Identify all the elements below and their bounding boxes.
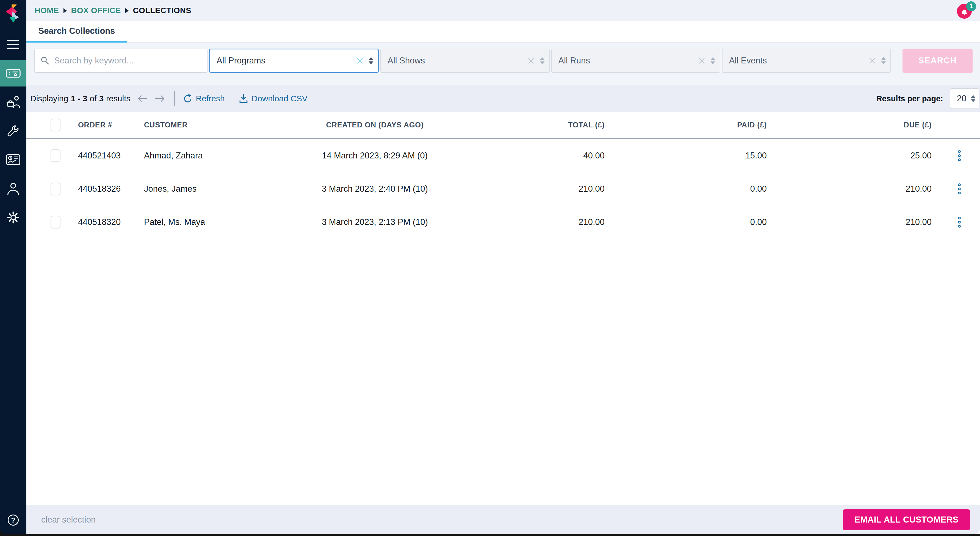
customer-cell: Ahmad, Zahara [144, 151, 298, 161]
results-per-page-select[interactable]: 20 [950, 88, 980, 109]
clear-selection-button[interactable]: clear selection [41, 515, 95, 525]
events-dropdown-value: All Events [729, 56, 767, 66]
notifications-avatar[interactable]: 1 [957, 3, 973, 19]
created-on-cell: 3 March 2023, 2:40 PM (10) [298, 184, 452, 194]
sidebar-item-insights[interactable] [0, 147, 26, 173]
svg-text:?: ? [11, 516, 15, 524]
due-cell: 210.00 [767, 184, 932, 194]
total-cell: 210.00 [452, 217, 605, 227]
brand-logo[interactable] [5, 3, 21, 25]
programs-dropdown[interactable]: All Programs [209, 49, 379, 73]
stepper-arrows-icon [540, 57, 545, 65]
download-icon [239, 94, 248, 103]
row-checkbox[interactable] [51, 216, 60, 228]
kebab-dot-icon [958, 154, 961, 157]
breadcrumb-box-office[interactable]: BOX OFFICE [71, 6, 121, 15]
results-bar: Displaying1 - 3of3results Refresh [26, 86, 980, 112]
events-dropdown[interactable]: All Events [722, 49, 891, 73]
refresh-icon [182, 94, 192, 103]
sidebar-item-tools[interactable] [0, 118, 26, 144]
due-cell: 210.00 [767, 217, 932, 227]
column-header-order: ORDER # [78, 121, 144, 129]
row-checkbox[interactable] [51, 149, 60, 162]
menu-toggle-button[interactable] [0, 31, 26, 58]
breadcrumb-separator-icon [125, 8, 129, 13]
refresh-button[interactable]: Refresh [182, 94, 225, 103]
table-row: 440518320 Patel, Ms. Maya 3 March 2023, … [26, 205, 980, 239]
kebab-dot-icon [958, 225, 961, 228]
logo-icon [5, 4, 21, 24]
order-number-cell: 440521403 [78, 151, 144, 161]
notification-badge: 1 [966, 2, 976, 11]
sidebar-item-settings[interactable] [0, 204, 26, 231]
email-all-customers-button[interactable]: EMAIL ALL CUSTOMERS [843, 509, 970, 530]
search-icon [40, 56, 50, 65]
table-header-row: ORDER # CUSTOMER CREATED ON (DAYS AGO) T… [26, 112, 980, 139]
shows-dropdown[interactable]: All Shows [380, 49, 549, 73]
previous-page-button[interactable] [137, 94, 148, 104]
paid-cell: 0.00 [605, 184, 767, 194]
download-csv-button[interactable]: Download CSV [239, 94, 307, 103]
sidebar-item-customers[interactable] [0, 176, 26, 202]
kebab-dot-icon [958, 217, 961, 219]
search-button[interactable]: SEARCH [902, 49, 972, 73]
breadcrumb-current-page: COLLECTIONS [133, 6, 191, 15]
results-range: 1 - 3 [71, 94, 87, 103]
search-input[interactable] [54, 56, 202, 66]
paid-cell: 15.00 [605, 151, 767, 161]
kebab-dot-icon [958, 159, 961, 161]
breadcrumb-separator-icon [64, 8, 67, 13]
stepper-arrows-icon [881, 57, 886, 65]
kebab-dot-icon [958, 187, 961, 190]
main-panel: HOME BOX OFFICE COLLECTIONS 1 Search Col… [26, 0, 980, 534]
row-actions-menu-button[interactable] [958, 184, 964, 194]
sidebar-item-box-office[interactable] [0, 60, 26, 87]
keyword-search-field[interactable] [34, 49, 207, 73]
order-number-cell: 440518320 [78, 217, 144, 227]
runs-dropdown[interactable]: All Runs [551, 49, 720, 73]
app-window: ? HOME BOX OFFICE COLLECTIONS [0, 0, 980, 534]
kebab-dot-icon [958, 150, 961, 153]
sidebar-nav [0, 31, 26, 231]
table-row: 440518326 Jones, James 3 March 2023, 2:4… [26, 172, 980, 205]
shows-dropdown-value: All Shows [388, 56, 425, 66]
row-checkbox[interactable] [51, 182, 60, 195]
tab-search-collections[interactable]: Search Collections [26, 21, 127, 43]
refresh-label: Refresh [196, 94, 225, 103]
breadcrumb: HOME BOX OFFICE COLLECTIONS [35, 6, 191, 15]
column-header-customer: CUSTOMER [144, 121, 298, 129]
stepper-arrows-icon[interactable] [369, 57, 374, 65]
report-dashboard-icon [6, 154, 21, 166]
kebab-dot-icon [958, 184, 961, 186]
row-actions-menu-button[interactable] [958, 217, 964, 228]
customer-cell: Jones, James [144, 184, 298, 194]
clear-icon [869, 58, 875, 64]
total-cell: 210.00 [452, 184, 605, 194]
select-all-checkbox[interactable] [51, 119, 60, 131]
stepper-arrows-icon [970, 95, 975, 102]
kebab-dot-icon [958, 221, 961, 224]
divider [174, 91, 175, 106]
stepper-arrows-icon [710, 57, 715, 65]
results-per-page-label: Results per page: [877, 94, 943, 103]
filter-bar: All Programs All Shows [26, 43, 980, 86]
breadcrumb-home[interactable]: HOME [35, 6, 59, 15]
clear-icon [528, 58, 534, 64]
customer-cell: Patel, Ms. Maya [144, 217, 298, 227]
help-icon: ? [6, 513, 20, 527]
clear-icon [698, 58, 705, 64]
help-button[interactable]: ? [6, 513, 20, 528]
results-table: 440521403 Ahmad, Zahara 14 March 2023, 8… [26, 139, 980, 505]
results-total: 3 [99, 94, 103, 103]
sidebar: ? [0, 0, 26, 534]
top-bar: HOME BOX OFFICE COLLECTIONS 1 [26, 0, 980, 21]
total-cell: 40.00 [452, 151, 605, 161]
next-page-button[interactable] [154, 94, 166, 104]
programs-dropdown-value: All Programs [216, 56, 265, 66]
clear-icon[interactable] [357, 58, 363, 64]
wrench-icon [6, 124, 20, 138]
sidebar-item-sales[interactable] [0, 89, 26, 115]
basket-person-icon [6, 95, 21, 109]
column-header-total: TOTAL (£) [452, 121, 605, 129]
row-actions-menu-button[interactable] [958, 150, 964, 161]
